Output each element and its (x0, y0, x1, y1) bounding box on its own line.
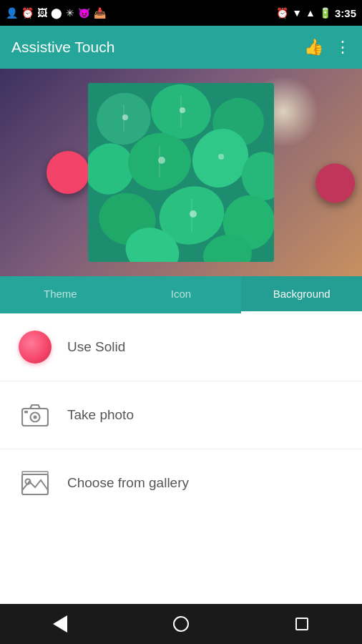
signal-icon: ▲ (305, 7, 315, 19)
back-button[interactable] (42, 606, 78, 642)
content-area: Use Solid Take photo (0, 313, 362, 517)
gallery-icon (17, 465, 53, 501)
camera-icon (17, 397, 53, 433)
clover-svg (88, 83, 274, 262)
svg-point-20 (190, 210, 197, 218)
more-options-button[interactable]: ⋮ (335, 38, 351, 57)
tab-theme[interactable]: Theme (0, 276, 121, 313)
use-solid-label: Use Solid (67, 339, 125, 355)
alarm-right-icon: ⏰ (276, 7, 288, 19)
preview-area (0, 69, 362, 276)
float-button-left[interactable] (47, 151, 89, 194)
svg-point-24 (34, 416, 37, 419)
app-bar: Assistive Touch 👍 ⋮ (0, 26, 362, 69)
take-photo-item[interactable]: Take photo (0, 381, 362, 449)
status-bar: 👤 ⏰ 🖼 ⬤ ✳ 😈 📥 ⏰ ▼ ▲ 🔋 3:35 (0, 0, 362, 26)
alarm-icon: ⏰ (21, 7, 34, 19)
choose-gallery-label: Choose from gallery (67, 475, 189, 491)
battery-icon: 🔋 (319, 7, 331, 19)
svg-point-18 (180, 107, 185, 113)
use-solid-item[interactable]: Use Solid (0, 313, 362, 381)
take-photo-label: Take photo (67, 407, 134, 423)
status-bar-right: ⏰ ▼ ▲ 🔋 3:35 (276, 7, 356, 19)
svg-rect-28 (22, 472, 48, 474)
tab-background[interactable]: Background (241, 276, 362, 313)
svg-point-19 (158, 157, 165, 164)
tab-icon[interactable]: Icon (121, 276, 242, 313)
app-bar-actions: 👍 ⋮ (304, 38, 351, 57)
devil-icon: 😈 (78, 7, 90, 19)
puzzle-icon: ✳ (66, 7, 74, 19)
solid-circle-icon (17, 329, 53, 365)
home-button[interactable] (163, 606, 199, 642)
bottom-nav (0, 604, 362, 644)
float-button-right[interactable] (315, 163, 355, 203)
inbox-icon: 📥 (94, 7, 106, 19)
circle-icon: ⬤ (51, 7, 62, 19)
wifi-icon: ▼ (292, 7, 302, 19)
like-button[interactable]: 👍 (304, 38, 323, 57)
recents-button[interactable] (284, 606, 320, 642)
status-bar-left: 👤 ⏰ 🖼 ⬤ ✳ 😈 📥 (6, 7, 106, 19)
choose-gallery-item[interactable]: Choose from gallery (0, 449, 362, 517)
clover-image (88, 83, 274, 262)
svg-rect-25 (24, 411, 28, 414)
person-icon: 👤 (6, 7, 18, 19)
tab-bar: Theme Icon Background (0, 276, 362, 313)
svg-point-21 (218, 154, 224, 160)
status-time: 3:35 (335, 7, 356, 19)
app-bar-title: Assistive Touch (11, 39, 304, 56)
image-icon: 🖼 (37, 7, 47, 19)
svg-point-17 (122, 114, 128, 120)
